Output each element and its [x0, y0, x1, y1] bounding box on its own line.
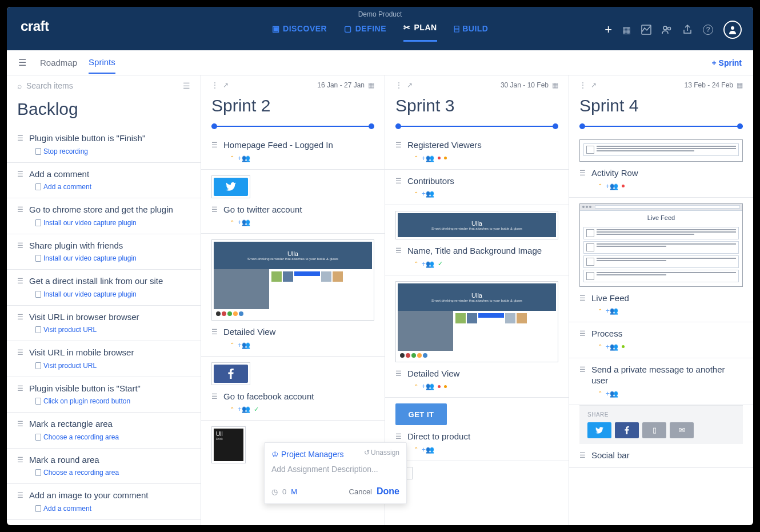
done-button[interactable]: Done [377, 486, 399, 497]
backlog-item[interactable]: ☰Mark a rectangle areaChoose a recording… [7, 413, 201, 449]
drag-icon: ☰ [395, 433, 402, 441]
wireframe-row [583, 270, 739, 282]
doc-icon [35, 148, 41, 155]
backlog-item[interactable]: ☰Visit URL in mobile browserVisit produc… [7, 341, 201, 377]
nav-discover[interactable]: ▣DISCOVER [272, 23, 327, 42]
sprint-item[interactable]: ☰Name, Title and Background Image⌃+👥✓ [385, 239, 569, 275]
sprint-item[interactable]: ☰Go to twitter account⌃+👥 [201, 198, 385, 234]
sprint-item[interactable]: ☰Live Feed⌃+👥 [569, 287, 753, 323]
calendar-icon[interactable]: ▦ [368, 81, 374, 89]
sprint-item[interactable]: ☰Direct to product⌃+👥 [385, 425, 569, 461]
share-email[interactable]: ✉ [670, 422, 694, 438]
assignee-icon[interactable]: +👥 [606, 390, 618, 398]
assignee-icon[interactable]: +👥 [422, 190, 434, 198]
sprint-item[interactable]: ☰Social bar [569, 444, 753, 469]
thumb-livefeed[interactable]: Live Feed [579, 198, 743, 287]
popup-m[interactable]: M [291, 487, 297, 496]
item-title: Visit URL in mobile browser [29, 347, 190, 358]
calendar-icon[interactable]: ▦ [737, 81, 743, 89]
item-title: Homepage Feed - Logged In [223, 139, 374, 151]
thumb-ulla[interactable]: UllaSmart drinking reminder that attache… [395, 275, 558, 362]
assignee-icon[interactable]: +👥 [238, 218, 250, 226]
col-sprint: ⋮ ↗ 30 Jan - 10 Feb ▦ Sprint 3 ☰Register… [385, 75, 569, 525]
thumb-facebook[interactable] [211, 357, 374, 385]
sprint-menu-icon[interactable]: ⋮ [579, 81, 586, 89]
backlog-item[interactable]: ☰Plugin visible button is "Finish"Stop r… [7, 127, 201, 163]
nav-build[interactable]: ⌸BUILD [454, 23, 489, 42]
backlog-item[interactable]: ☰Get a direct install link from our site… [7, 270, 201, 306]
user-avatar[interactable] [723, 21, 742, 39]
share-twitter[interactable] [587, 422, 611, 438]
backlog-item[interactable]: ☰Add an image to your commentAdd a comme… [7, 484, 201, 520]
nav-define[interactable]: ▢DEFINE [344, 23, 386, 42]
sprint-arrow-icon[interactable]: ↗ [407, 81, 413, 89]
people-icon[interactable] [662, 25, 672, 35]
sprint-menu-icon[interactable]: ⋮ [395, 81, 402, 89]
drag-icon: ☰ [17, 349, 23, 357]
assignee-icon[interactable]: +👥 [422, 260, 434, 268]
backlog-item[interactable]: ☰Add a commentAdd a comment [7, 163, 201, 199]
sprint-item[interactable]: ☰Process⌃+👥 [569, 322, 753, 358]
help-icon[interactable]: ? [703, 25, 713, 35]
assignee-icon[interactable]: +👥 [422, 382, 434, 390]
thumb-share[interactable]: SHARE▯✉ [569, 405, 753, 444]
backlog-item[interactable]: ☰Visit URL in browser browserVisit produ… [7, 306, 201, 342]
share-icon[interactable] [682, 25, 693, 35]
sprint-item[interactable]: ☰Contributors⌃+👥 [385, 170, 569, 206]
assignee-icon[interactable]: +👥 [422, 154, 434, 162]
assignee-icon[interactable]: +👥 [238, 341, 250, 349]
nav-plan[interactable]: ✂PLAN [403, 23, 437, 42]
thumb-ulla[interactable]: UllaSmart drinking reminder that attache… [211, 234, 374, 321]
item-sub: Install our video capture plugin [35, 254, 190, 262]
sprint-item[interactable]: ☰Detailed View⌃+👥 [385, 362, 569, 398]
svg-point-1 [663, 26, 667, 30]
backlog-item[interactable]: ☰Plugin visible button is "Start"Click o… [7, 377, 201, 413]
thumb-blank[interactable] [395, 461, 558, 479]
thumb-wireframe[interactable] [579, 134, 743, 162]
chart-icon[interactable] [641, 25, 651, 35]
thumb-getit[interactable]: GET IT [395, 398, 558, 425]
tab-sprints[interactable]: Sprints [89, 51, 115, 74]
topbar: craft Demo Product ▣DISCOVER ▢DEFINE ✂PL… [7, 7, 753, 50]
apps-icon[interactable]: ▦ [622, 25, 631, 35]
tab-roadmap[interactable]: Roadmap [40, 52, 77, 73]
sprint-item[interactable]: ☰Registered Viewers⌃+👥 [385, 134, 569, 170]
backlog-item[interactable]: ☰Add titleEnter recording description [7, 520, 201, 526]
sprint-item[interactable]: ☰Homepage Feed - Logged In⌃+👥 [201, 134, 385, 170]
assignee-icon[interactable]: +👥 [422, 446, 434, 454]
calendar-icon[interactable]: ▦ [552, 81, 558, 89]
unassign-button[interactable]: ↺Unassign [364, 449, 399, 457]
sprint-item[interactable]: ☰Go to facebook account⌃+👥✓ [201, 385, 385, 421]
filter-icon[interactable]: ☰ [183, 81, 190, 90]
menu-icon[interactable]: ☰ [18, 57, 26, 68]
thumb-hero[interactable]: UllaSmart drinking reminder that attache… [395, 205, 558, 239]
item-sub: Visit product URL [35, 362, 190, 370]
assignee-icon[interactable]: +👥 [606, 307, 618, 315]
assignee-icon[interactable]: +👥 [606, 182, 618, 190]
doc-icon [35, 219, 41, 226]
item-title: Detailed View [223, 326, 374, 338]
share-facebook[interactable] [615, 422, 639, 438]
backlog-item[interactable]: ☰Mark a round areaChoose a recording are… [7, 449, 201, 485]
add-icon[interactable]: + [605, 22, 612, 37]
sprint-item[interactable]: ☰Send a private message to another user⌃… [569, 358, 753, 405]
item-meta: ⌃+👥 [414, 446, 558, 454]
sprint-item[interactable]: ☰Activity Row⌃+👥 [569, 162, 753, 198]
search-input[interactable] [26, 81, 183, 90]
add-sprint-button[interactable]: + Sprint [711, 58, 742, 67]
assignee-icon[interactable]: +👥 [238, 154, 250, 162]
assignee-icon[interactable]: +👥 [238, 405, 250, 413]
assignee-icon[interactable]: +👥 [606, 343, 618, 351]
cancel-button[interactable]: Cancel [349, 487, 372, 496]
sprint-menu-icon[interactable]: ⋮ [211, 81, 218, 89]
sprint-header: ⋮ ↗ 30 Jan - 10 Feb ▦ [385, 75, 569, 93]
sprint-item[interactable]: ☰Detailed View⌃+👥 [201, 321, 385, 357]
popup-desc-input[interactable]: Add Assignment Description... [271, 465, 399, 474]
backlog-item[interactable]: ☰Go to chrome store and get the pluginIn… [7, 198, 201, 234]
backlog-item[interactable]: ☰Share plugin with friendsInstall our vi… [7, 234, 201, 270]
sprint-arrow-icon[interactable]: ↗ [591, 81, 597, 89]
share-mobile[interactable]: ▯ [642, 422, 666, 438]
thumb-twitter[interactable] [211, 170, 374, 198]
drag-icon: ☰ [17, 313, 23, 321]
sprint-arrow-icon[interactable]: ↗ [223, 81, 229, 89]
